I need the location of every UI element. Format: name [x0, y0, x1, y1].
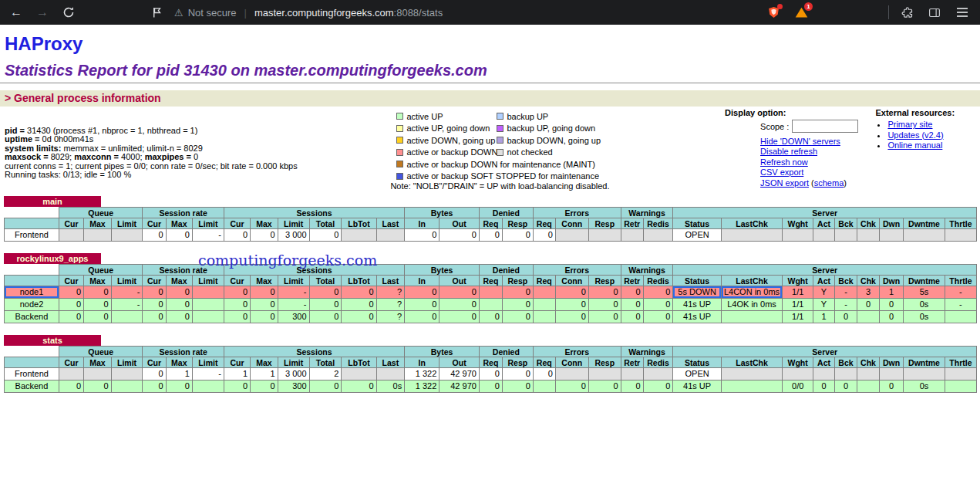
stat-cell: 0 [224, 229, 250, 242]
table-row-node2: node200-0000-00?000000041s UPL4OK in 0ms… [5, 299, 977, 311]
sidebar-toggle-icon[interactable] [924, 2, 945, 22]
display-option-link[interactable]: Disable refresh [760, 147, 817, 156]
column-header: Act [813, 357, 835, 368]
alert-extension-icon[interactable]: 1 [791, 2, 811, 22]
legend-label: active or backup DOWN [406, 147, 497, 157]
legend-item: backup UP, going down [497, 123, 601, 135]
stat-cell: 0 [479, 380, 502, 393]
stat-cell: 0 [880, 299, 904, 311]
column-header: Retr [621, 357, 643, 368]
stat-cell [376, 368, 405, 380]
stat-cell [621, 229, 643, 242]
stat-cell [857, 311, 880, 323]
stat-cell [342, 368, 376, 380]
column-header: Redis [643, 276, 673, 286]
external-resource-link[interactable]: Primary site [887, 120, 932, 129]
display-options: Display option: Scope : Hide 'DOWN' serv… [723, 107, 875, 188]
column-header: Max [251, 357, 278, 368]
display-option-row: CSV export [760, 167, 875, 178]
stat-cell: 0 [342, 311, 376, 323]
legend-label: active UP [406, 112, 443, 121]
stat-cell: OPEN [673, 229, 721, 242]
legend-label: backup UP [507, 112, 548, 121]
stat-cell: 0 [143, 229, 166, 242]
browser-toolbar: ← → ⚠ Not secure | master.computingforge… [0, 0, 980, 25]
display-option-link[interactable]: Refresh now [760, 157, 808, 167]
stat-cell: 1 322 [405, 380, 439, 393]
table-row-frontend: Frontend00-003 000000000OPEN [5, 229, 977, 242]
stat-cell: 0 [224, 299, 250, 311]
stat-cell: 0 [643, 311, 673, 323]
schema-link[interactable]: schema [814, 178, 844, 188]
proxy-name-tab: rockylinux9_apps [4, 253, 101, 264]
column-group-header: Queue [59, 347, 143, 357]
column-header: Resp [588, 218, 621, 229]
reload-button[interactable] [59, 2, 79, 22]
external-resource-link[interactable]: Online manual [887, 140, 942, 150]
column-header: LastChk [721, 357, 783, 368]
stat-cell: 1 [880, 286, 904, 299]
stat-cell: 0 [813, 380, 835, 393]
stat-cell: 0 [555, 380, 588, 393]
column-header: Wght [783, 276, 813, 286]
external-links-list: Primary siteUpdates (v2.4)Online manual [887, 120, 977, 150]
stat-cell: - [278, 286, 309, 299]
stat-cell [721, 380, 783, 393]
column-header: Last [376, 357, 405, 368]
display-option-link[interactable]: JSON export [760, 178, 809, 188]
scope-input[interactable] [792, 120, 858, 133]
proxy-name-tab: stats [4, 335, 101, 346]
stat-cell [588, 368, 621, 380]
stat-cell: 0 [588, 286, 621, 299]
stat-cell: 0s [904, 299, 945, 311]
stat-cell: 0s [376, 380, 405, 393]
table-row-backend: Backend000000300000s1 32242 97000000041s… [5, 380, 977, 393]
stat-cell: 0 [439, 229, 480, 242]
stat-cell: 0 [621, 299, 643, 311]
brave-shield-icon[interactable] [763, 2, 783, 22]
display-option-link[interactable]: Hide 'DOWN' servers [760, 137, 840, 146]
external-resource-item: Online manual [887, 141, 977, 150]
stat-cell [192, 311, 224, 323]
column-header: Resp [502, 218, 533, 229]
extensions-icon[interactable] [897, 2, 917, 22]
stat-cell: 3 000 [278, 229, 309, 242]
proxy-table-stats: statsQueueSession rateSessionsBytesDenie… [4, 335, 980, 393]
address-bar[interactable]: master.computingforgeeks.com:8088/stats [254, 7, 443, 19]
process-info: pid = 31430 (process #1, nbproc = 1, nbt… [3, 107, 396, 188]
legend-label: active DOWN, going up [406, 136, 495, 145]
external-resource-link[interactable]: Updates (v2.4) [887, 130, 943, 140]
stat-cell [533, 380, 555, 393]
column-header: Chk [857, 276, 880, 286]
stat-cell: 41s UP [673, 299, 721, 311]
stat-cell: 0 [502, 380, 533, 393]
column-group-header [5, 265, 59, 276]
column-header: Req [533, 357, 555, 368]
scope-label: Scope : [760, 122, 789, 131]
legend-item: not checked [497, 147, 601, 159]
legend-label: active UP, going down [406, 123, 490, 133]
display-option-link[interactable]: CSV export [760, 167, 803, 177]
menu-icon[interactable] [952, 2, 972, 22]
display-links: Hide 'DOWN' serversDisable refreshRefres… [760, 137, 875, 188]
stat-cell: 3 000 [278, 368, 309, 380]
stat-cell: OPEN [673, 368, 721, 380]
stat-cell: 1/1 [783, 299, 813, 311]
back-button[interactable]: ← [6, 2, 26, 22]
stat-cell: 0 [588, 380, 621, 393]
stat-cell: 0 [405, 229, 439, 242]
bookmark-flag-icon[interactable] [146, 2, 167, 22]
info-row: pid = 31430 (process #1, nbproc = 1, nbt… [0, 107, 980, 188]
site-security-button[interactable]: ⚠ Not secure [174, 7, 237, 19]
stat-cell: - [111, 286, 143, 299]
stat-cell: 0 [84, 311, 111, 323]
corner-header [5, 357, 59, 368]
column-header: Retr [621, 276, 643, 286]
stat-cell [721, 229, 783, 242]
stat-cell: 0 [84, 299, 111, 311]
column-header: Status [673, 276, 721, 286]
column-header: Resp [588, 357, 621, 368]
forward-button[interactable]: → [32, 2, 52, 22]
column-header: Resp [588, 276, 621, 286]
column-header: Max [84, 357, 111, 368]
